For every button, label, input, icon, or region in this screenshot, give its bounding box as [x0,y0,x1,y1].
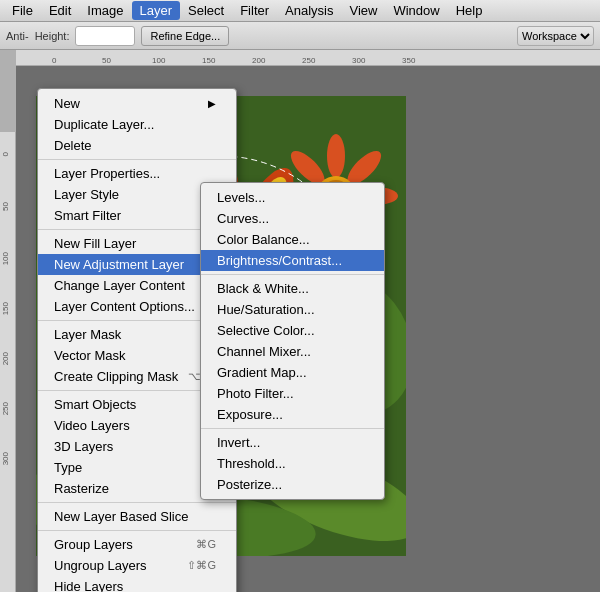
adj-item-invert[interactable]: Invert... [201,432,384,453]
height-label: Height: [35,30,70,42]
adj-submenu: Levels... Curves... Color Balance... Bri… [200,182,385,500]
menu-window[interactable]: Window [385,1,447,20]
adj-item-color-balance[interactable]: Color Balance... [201,229,384,250]
adj-item-selective-color[interactable]: Selective Color... [201,320,384,341]
adj-item-exposure[interactable]: Exposure... [201,404,384,425]
menu-item-group-layers[interactable]: Group Layers ⌘G [38,534,236,555]
menu-item-hide-layers[interactable]: Hide Layers [38,576,236,592]
adj-item-hue-sat[interactable]: Hue/Saturation... [201,299,384,320]
adj-item-levels[interactable]: Levels... [201,187,384,208]
adj-item-black-white[interactable]: Black & White... [201,278,384,299]
sep5 [38,502,236,503]
menu-file[interactable]: File [4,1,41,20]
antialias-label: Anti- [6,30,29,42]
menu-item-delete[interactable]: Delete [38,135,236,156]
menu-edit[interactable]: Edit [41,1,79,20]
ruler-vertical: 0 50 100 150 200 250 300 [0,132,16,592]
menu-item-layer-props[interactable]: Layer Properties... [38,163,236,184]
workspace-select[interactable]: Workspace [517,26,594,46]
svg-point-51 [327,134,345,178]
menu-view[interactable]: View [341,1,385,20]
adj-item-gradient-map[interactable]: Gradient Map... [201,362,384,383]
adj-sep2 [201,428,384,429]
height-input[interactable] [75,26,135,46]
ruler-horizontal: 0 50 100 150 200 250 300 350 [16,50,600,66]
menu-item-ungroup-layers[interactable]: Ungroup Layers ⇧⌘G [38,555,236,576]
adj-item-threshold[interactable]: Threshold... [201,453,384,474]
adj-item-curves[interactable]: Curves... [201,208,384,229]
main-area: 0 50 100 150 200 250 300 [0,66,600,592]
menu-item-new[interactable]: New ▶ [38,93,236,114]
sep1 [38,159,236,160]
sep6 [38,530,236,531]
adj-item-posterize[interactable]: Posterize... [201,474,384,495]
menu-filter[interactable]: Filter [232,1,277,20]
refine-edge-button[interactable]: Refine Edge... [141,26,229,46]
adj-item-brightness[interactable]: Brightness/Contrast... [201,250,384,271]
menu-select[interactable]: Select [180,1,232,20]
menu-analysis[interactable]: Analysis [277,1,341,20]
adj-sep1 [201,274,384,275]
menu-item-new-slice[interactable]: New Layer Based Slice [38,506,236,527]
menu-layer[interactable]: Layer [132,1,181,20]
menu-image[interactable]: Image [79,1,131,20]
adj-item-channel-mixer[interactable]: Channel Mixer... [201,341,384,362]
menubar: File Edit Image Layer Select Filter Anal… [0,0,600,22]
menu-item-duplicate[interactable]: Duplicate Layer... [38,114,236,135]
adj-item-photo-filter[interactable]: Photo Filter... [201,383,384,404]
toolbar: Anti- Height: Refine Edge... Workspace [0,22,600,50]
menu-help[interactable]: Help [448,1,491,20]
